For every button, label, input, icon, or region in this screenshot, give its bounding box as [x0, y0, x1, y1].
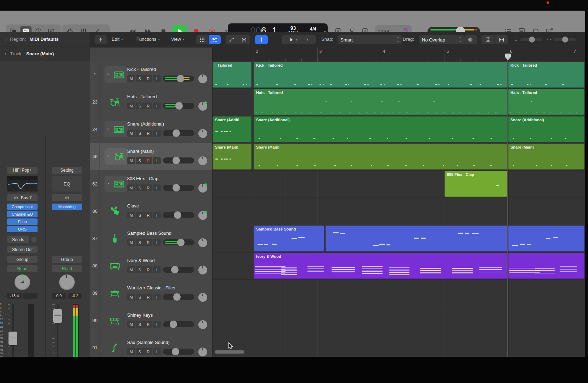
track-s-button[interactable]: S	[136, 212, 144, 218]
automation-button[interactable]	[226, 35, 238, 44]
midi-region[interactable]: Snare (Main)	[213, 144, 251, 170]
track-s-button[interactable]: S	[136, 266, 144, 273]
input-button[interactable]	[52, 194, 82, 201]
track-m-button[interactable]: M	[127, 348, 135, 355]
track-r-button[interactable]: R	[144, 321, 152, 328]
track-volume-slider[interactable]	[163, 239, 194, 245]
track-i-button[interactable]: I	[153, 321, 161, 328]
midi-region[interactable]: Snare (Additional)	[508, 116, 584, 142]
track-header-row[interactable]: 88Ivory & WoodMSRI	[90, 252, 213, 280]
track-i-button[interactable]: I	[153, 348, 161, 355]
midi-region[interactable]: Hats - Tailored	[508, 89, 584, 115]
track-m-button[interactable]: M	[127, 294, 135, 300]
track-m-button[interactable]: M	[127, 239, 135, 246]
plugin-slot[interactable]: Echo	[7, 218, 38, 225]
midi-region[interactable]	[508, 253, 584, 279]
midi-region[interactable]: Snare (Additional)	[254, 116, 507, 142]
track-header-row[interactable]: 89Wurlitzer Classic - FilterMSRI	[90, 279, 213, 307]
track-volume-knob[interactable]	[173, 157, 180, 164]
track-i-button[interactable]: I	[153, 157, 161, 164]
midi-region[interactable]: Snare (Main)	[254, 144, 507, 170]
grid-view-button[interactable]	[196, 35, 208, 44]
disclosure-icon[interactable]: ›	[107, 153, 109, 159]
track-pan-knob[interactable]	[198, 348, 207, 356]
track-r-button[interactable]: R	[144, 348, 152, 355]
track-i-button[interactable]: I	[153, 266, 161, 273]
track-volume-knob[interactable]	[173, 184, 180, 192]
edit-menu[interactable]: Edit▾	[112, 37, 123, 42]
midi-region[interactable]: Ivory & Wood	[254, 253, 507, 279]
track-s-button[interactable]: S	[136, 184, 144, 191]
midi-region[interactable]: Kick - Tailored	[508, 62, 584, 88]
plugin-slot[interactable]: Channel EQ	[7, 211, 38, 217]
midi-region[interactable]	[508, 226, 584, 251]
horizontal-zoom-knob[interactable]	[562, 37, 568, 43]
track-i-button[interactable]: I	[153, 75, 161, 82]
midi-region[interactable]: Snare (Additi	[213, 116, 251, 142]
horizontal-auto-zoom-button[interactable]	[495, 35, 508, 44]
arrange-area[interactable]: - TailoredKick - TailoredKick - Tailored…	[213, 61, 588, 357]
bar-ruler[interactable]: 234567	[213, 48, 588, 61]
track-r-button[interactable]: R	[144, 212, 152, 218]
eq-thumbnail[interactable]	[7, 176, 38, 192]
horizontal-zoom-slider[interactable]	[554, 38, 576, 41]
waveform-zoom-button[interactable]	[464, 35, 477, 44]
track-pan-knob[interactable]	[198, 184, 207, 193]
midi-region[interactable]: Snare (Main)	[508, 144, 584, 170]
functions-menu[interactable]: Functions▾	[136, 37, 160, 42]
track-pan-knob[interactable]	[198, 129, 207, 138]
disclosure-icon[interactable]: ›	[107, 71, 109, 77]
snap-dropdown[interactable]: Smart ⌃⌄	[338, 35, 402, 44]
track-r-button[interactable]: R	[144, 239, 152, 246]
track-volume-slider[interactable]	[163, 349, 194, 355]
track-s-button[interactable]: S	[136, 294, 144, 300]
track-volume-knob[interactable]	[170, 321, 177, 328]
track-disclosure-box[interactable]: ›	[104, 121, 128, 137]
track-volume-knob[interactable]	[173, 293, 181, 301]
track-header-row[interactable]: 87Sampled Bass SoundMSRI	[90, 225, 213, 252]
disclosure-icon[interactable]: ›	[107, 126, 109, 131]
fader-cap[interactable]	[53, 309, 62, 323]
track-r-button[interactable]: R	[144, 266, 152, 273]
track-i-button[interactable]: I	[153, 239, 161, 246]
track-s-button[interactable]: S	[136, 157, 144, 164]
track-r-button[interactable]: R	[144, 102, 152, 109]
track-volume-slider[interactable]	[163, 130, 194, 136]
drag-dropdown[interactable]: No Overlap ⌃⌄	[419, 35, 464, 44]
track-m-button[interactable]: M	[127, 212, 135, 218]
track-volume-knob[interactable]	[174, 211, 181, 219]
group-button[interactable]: Group	[52, 256, 82, 263]
pointer-tool-button[interactable]: ▾	[289, 37, 297, 43]
track-inspector-header[interactable]: › Track: Snare (Main)	[0, 46, 90, 61]
track-volume-knob[interactable]	[175, 102, 183, 110]
catch-playhead-button[interactable]	[255, 35, 268, 44]
track-volume-knob[interactable]	[173, 129, 180, 137]
track-m-button[interactable]: M	[127, 157, 135, 164]
track-header-row[interactable]: 62›808 Flex - ClapMSRI	[90, 170, 213, 198]
vertical-zoom-slider[interactable]	[520, 38, 542, 41]
plugin-slot[interactable]: Mastering	[52, 204, 82, 210]
track-volume-slider[interactable]	[163, 76, 194, 82]
track-r-button[interactable]: R	[144, 130, 152, 137]
track-header-row[interactable]: 23Hats - TailoredMSRI	[90, 88, 213, 116]
track-header-row[interactable]: 86ClaveMSRI	[90, 198, 213, 225]
sends-button[interactable]: Sends	[7, 236, 29, 243]
track-m-button[interactable]: M	[127, 102, 135, 109]
track-disclosure-box[interactable]: ›	[104, 148, 128, 165]
secondary-tool-button[interactable]: ▾	[300, 37, 309, 43]
track-i-button[interactable]: I	[153, 102, 161, 109]
track-r-button[interactable]: R	[144, 75, 152, 82]
flex-button[interactable]	[238, 35, 250, 44]
track-m-button[interactable]: M	[127, 321, 135, 328]
track-s-button[interactable]: S	[136, 348, 144, 355]
automation-mode-button[interactable]: Read	[52, 265, 82, 272]
track-volume-slider[interactable]	[163, 103, 194, 109]
track-r-button[interactable]: R	[144, 157, 152, 164]
track-volume-knob[interactable]	[177, 239, 185, 246]
track-header-row[interactable]: 1›Kick - TailoredMSRI	[90, 61, 213, 89]
track-m-button[interactable]: M	[127, 266, 135, 273]
track-volume-knob[interactable]	[172, 348, 179, 355]
channel-setting-button[interactable]: Setting	[52, 167, 82, 174]
track-m-button[interactable]: M	[127, 184, 135, 191]
track-pan-knob[interactable]	[198, 266, 207, 274]
